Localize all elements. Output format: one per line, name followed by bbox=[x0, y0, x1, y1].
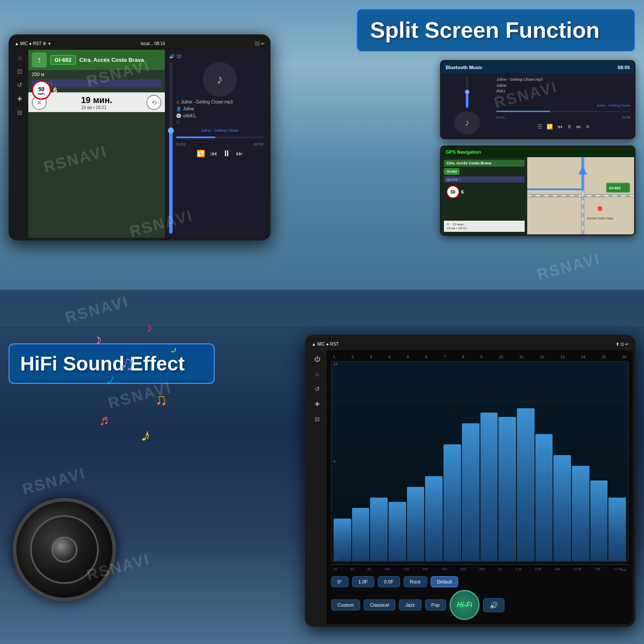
album-row: 💿 udisk1, bbox=[176, 112, 264, 119]
eq-buttons-row-2: CustomClassicalJazzPopHi-Fi🔊 bbox=[331, 590, 629, 620]
eq-plus-icon[interactable]: ✚ bbox=[313, 400, 322, 408]
play-pause-btn[interactable]: ⏸ bbox=[222, 149, 231, 158]
album-name: udisk1, bbox=[183, 112, 197, 119]
freq-label: 10k bbox=[555, 567, 560, 572]
eq-buttons-row-1: 0°1.0F0.5FRockDefault bbox=[331, 576, 629, 587]
bluetooth-time: 08:05 bbox=[618, 65, 630, 70]
channel-label: 5 bbox=[407, 355, 409, 359]
eq-preset-pop[interactable]: Pop bbox=[425, 599, 447, 611]
eq-bar-10 bbox=[517, 408, 535, 561]
eq-preset-05f[interactable]: 0.5F bbox=[378, 576, 400, 587]
channel-label: 9 bbox=[480, 355, 483, 359]
bt-eq-btn[interactable]: ≋ bbox=[586, 124, 590, 130]
channel-label: 6 bbox=[425, 355, 427, 359]
eq-chart: 150-15 bbox=[331, 361, 629, 562]
eq-preset-jazz[interactable]: Jazz bbox=[399, 599, 422, 611]
home-icon[interactable]: ⌂ bbox=[15, 53, 24, 62]
hifi-badge: Hi-Fi bbox=[450, 590, 480, 620]
speaker-cone bbox=[30, 515, 99, 584]
small-nav-left: Ctra. Accés Costa Brava GI-682 Далее ↑ 5… bbox=[441, 157, 527, 234]
prev-btn[interactable]: ⏮ bbox=[210, 150, 217, 158]
track-subtitle: Juline - Getting Closer bbox=[176, 128, 264, 133]
small-progress-bar[interactable] bbox=[496, 111, 631, 112]
status-right: ⬛ ↩ bbox=[255, 41, 264, 46]
freq-label: 17.5k bbox=[614, 567, 623, 572]
plus-icon[interactable]: ✚ bbox=[15, 94, 24, 103]
gps-code-row: GI-682 bbox=[444, 168, 525, 175]
small-volume-slider[interactable] bbox=[466, 77, 468, 108]
track-name: Juline - Getting Closer.mp3 bbox=[181, 99, 233, 106]
channel-label: 3 bbox=[370, 355, 372, 359]
channel-label: 4 bbox=[389, 355, 391, 359]
eq-preset-custom[interactable]: Custom bbox=[331, 599, 360, 611]
eq-preset-classical[interactable]: Classical bbox=[364, 599, 395, 611]
bt-repeat-btn[interactable]: 🔁 bbox=[547, 124, 553, 130]
music-note-6: ♪ bbox=[169, 343, 180, 356]
freq-label: 15k bbox=[595, 567, 601, 572]
progress-bar[interactable] bbox=[176, 137, 264, 138]
album-art: ♪ bbox=[203, 62, 237, 97]
track-name-row: ♫ Juline - Getting Closer.mp3 bbox=[176, 99, 264, 106]
map-section: 50 км/ч 6 bbox=[28, 88, 165, 92]
volume-handle bbox=[168, 128, 174, 134]
eq-bar-1 bbox=[352, 508, 370, 561]
music-notes: ♪ ♫ ♪ ♩ ♫ ♪ ♬ ♪ bbox=[86, 318, 215, 447]
bt-album: disk1 bbox=[496, 88, 631, 94]
eq-power-icon[interactable]: ⏻ bbox=[313, 355, 322, 363]
channel-label: 11 bbox=[519, 355, 524, 359]
bottom-section: HiFi Sound Effect ♪ ♫ ♪ ♩ ♫ ♪ ♬ ♪ ▲ MIC … bbox=[0, 318, 644, 644]
split-screen-title-box: Split Screen Function bbox=[356, 9, 635, 52]
time-markers: 01:51 03:56 bbox=[176, 142, 264, 146]
next-btn[interactable]: ⏭ bbox=[236, 150, 243, 158]
gps-time: 19 мин. bbox=[453, 222, 465, 226]
speed-indicator: 50 км/ч 6 bbox=[32, 81, 57, 100]
bt-pause-btn[interactable]: ⏸ bbox=[567, 124, 572, 130]
svg-text:GI-682: GI-682 bbox=[609, 186, 620, 190]
bluetooth-device-header: Bluetooth Music 08:05 bbox=[441, 61, 634, 73]
gps-speed: 50 bbox=[450, 190, 455, 194]
bt-next-btn[interactable]: ⏭ bbox=[576, 124, 581, 130]
route-btn[interactable]: ⟲ bbox=[146, 95, 161, 110]
eq-home-icon[interactable]: ⌂ bbox=[313, 370, 322, 378]
artist-row: 👤 Juline bbox=[176, 106, 264, 112]
eq-preset-0[interactable]: 0° bbox=[331, 576, 349, 587]
eq-preset-default[interactable]: Default bbox=[431, 576, 459, 587]
bt-list-btn[interactable]: ☰ bbox=[538, 124, 542, 130]
house-icon[interactable]: ⊡ bbox=[15, 67, 24, 76]
back-icon[interactable]: ↺ bbox=[15, 81, 24, 89]
eq-sidebar: ⏻ ⌂ ↺ ✚ ⊟ bbox=[307, 350, 327, 624]
speaker-outer bbox=[13, 498, 116, 601]
gps-eta: 19 км • 19:21 bbox=[447, 226, 522, 230]
eq-bar-9 bbox=[498, 417, 516, 561]
bluetooth-device: Bluetooth Music 08:05 ♪ Juline - Getting… bbox=[440, 60, 635, 139]
device-sidebar: ⌂ ⊡ ↺ ✚ ⊟ bbox=[11, 50, 28, 238]
speed-unit: км/ч bbox=[38, 92, 45, 95]
eq-preset-10f[interactable]: 1.0F bbox=[352, 576, 374, 587]
repeat-btn[interactable]: 🔁 bbox=[197, 149, 205, 158]
heart-icon: ♡ bbox=[176, 119, 264, 126]
volume-slider[interactable] bbox=[169, 62, 173, 234]
small-time: 01:31 03:56 bbox=[496, 115, 631, 119]
hz-label: Hz bbox=[622, 568, 626, 572]
volume-value: 10 bbox=[176, 54, 181, 59]
eq-bar-8 bbox=[480, 413, 498, 561]
music-note-icon: ♫ bbox=[176, 99, 179, 106]
eq-bar-12 bbox=[553, 455, 571, 561]
small-music-right: Juline - Getting Closer.mp3 Juline disk1… bbox=[493, 73, 634, 138]
bt-prev-btn[interactable]: ⏮ bbox=[557, 124, 562, 130]
eq-divider bbox=[331, 564, 629, 565]
distance-display: 200 м bbox=[28, 70, 165, 79]
music-panel: 🔊 10 ♪ ♫ Juline - Getting Closer.mp3 bbox=[165, 50, 268, 238]
eq-bar-11 bbox=[535, 434, 553, 561]
volume-icon-btn[interactable]: 🔊 bbox=[483, 598, 504, 612]
road-code-sign: GI-682 bbox=[50, 55, 76, 65]
bt-current-time: 01:31 bbox=[496, 115, 505, 119]
small-track-info: Juline - Getting Closer.mp3 Juline disk1… bbox=[496, 77, 631, 100]
eq-preset-rock[interactable]: Rock bbox=[404, 576, 427, 587]
eq-back-icon[interactable]: ↺ bbox=[313, 385, 322, 393]
route-arrow-icon: ↑ bbox=[32, 52, 47, 67]
freq-label: 500 bbox=[479, 567, 485, 572]
gps-cancel-btn[interactable]: ✕ bbox=[447, 222, 450, 226]
eq-minus-icon[interactable]: ⊟ bbox=[313, 415, 322, 423]
minus-icon[interactable]: ⊟ bbox=[15, 108, 24, 117]
